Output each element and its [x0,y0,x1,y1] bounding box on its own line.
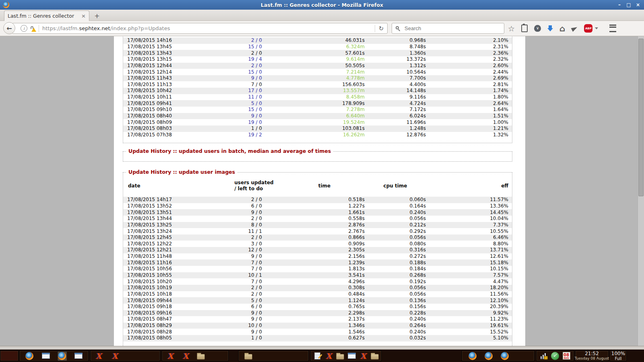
reload-button[interactable] [375,25,387,32]
info-icon[interactable]: i [21,25,27,32]
cell-users[interactable]: 19 / 4 [224,56,284,63]
window-titlebar[interactable]: Last.fm :: Genres collector - Mozilla Fi… [0,0,644,10]
cell-users[interactable]: 9 / 0 [224,113,284,119]
cell-users[interactable]: 15 / 0 [224,69,284,75]
table-row: 17/08/2015 11h137 / 0156.603s4.400s2.81% [123,81,512,88]
folder-icon[interactable] [370,351,380,361]
xterm-icon[interactable] [94,351,103,361]
send-tab-icon[interactable] [571,25,578,32]
firefox-icon[interactable] [57,351,67,361]
cell-users[interactable]: 11 / 0 [224,94,284,101]
cell-users[interactable]: 19 / 2 [224,132,284,138]
cell-users[interactable]: 9 / 0 [224,75,284,82]
cell-users[interactable]: 15 / 0 [224,44,284,50]
firefox-icon[interactable] [500,351,510,361]
firefox-icon[interactable] [25,351,34,361]
cell-users: 8 / 0 [224,222,284,228]
window-icon[interactable] [347,351,357,361]
cell-cpu: 0.136s [365,297,426,304]
mixed-content-warning-icon[interactable] [30,26,35,31]
window-icon[interactable] [74,351,83,361]
cell-date: 17/08/2015 10h56 [123,266,224,272]
calendar-icon[interactable]: 08AUG [561,351,571,361]
xterm-icon-glyph [96,352,102,360]
section-title: Update History :: update user images [126,169,237,175]
cell-time: 103.081s [284,125,365,132]
cell-time: 3.541s [284,272,365,279]
cell-eff: 2.32% [426,56,512,63]
cell-cpu: 4.724s [365,100,426,107]
cell-cpu: 0.056s [365,291,426,298]
cell-cpu: 4.400s [365,81,426,88]
cell-users: 2 / 0 [224,234,284,241]
taskbar-group-buttons [238,350,309,361]
cell-eff: 20.39% [426,304,512,310]
firefox-icon[interactable] [484,351,493,361]
cell-users[interactable]: 2 / 0 [224,37,284,44]
cell-time: 2.305s [284,247,365,253]
cell-users[interactable]: 2 / 0 [224,63,284,69]
search-input[interactable] [404,25,494,32]
cell-users[interactable]: 17 / 0 [224,88,284,94]
xterm-icon[interactable] [165,351,175,361]
tab-genres-collector[interactable]: Last.fm :: Genres collector × [4,10,89,21]
cell-users: 9 / 0 [224,209,284,216]
tab-close-icon[interactable]: × [81,13,86,19]
cell-time: 0.518s [284,197,365,203]
calendar-icon-glyph: 08AUG [563,352,570,360]
hamburger-menu-icon[interactable] [609,25,616,32]
firefox-icon[interactable] [468,351,477,361]
cell-date: 17/08/2015 13h44 [123,216,224,222]
taskbar-group-pager[interactable] [0,350,19,361]
scrollbar-thumb[interactable] [638,39,644,196]
signal-icon-glyph [540,352,548,360]
search-bar[interactable] [392,23,504,34]
new-tab-button[interactable]: + [92,12,102,20]
table-header-row: date users updated / left to do time cpu… [123,180,512,197]
cell-users[interactable]: 19 / 0 [224,119,284,125]
clock-time: 21:52 [585,351,599,356]
cell-users: 2 / 0 [224,197,284,203]
window-icon[interactable] [41,351,51,361]
table-row: 17/08/2015 13h442 / 00.558s0.056s10.04% [123,216,512,222]
cell-date: 17/08/2015 08h09 [123,119,224,125]
home-icon[interactable] [559,24,565,33]
url-text[interactable]: https://lastfm.sephtex.net/index.php?p=U… [42,25,375,31]
signal-icon[interactable] [539,351,549,361]
downloads-icon[interactable] [547,25,553,32]
cell-date: 17/08/2015 11h13 [123,81,224,88]
cell-cpu: 0.060s [365,197,426,203]
folder-icon[interactable] [244,351,253,361]
xterm-icon[interactable] [324,351,334,361]
cell-time: 1.124s [284,297,365,304]
cell-users[interactable]: 5 / 0 [224,100,284,107]
folder-icon-glyph [244,354,252,360]
taskbar-group-buttons [19,350,89,361]
cell-users[interactable]: 15 / 0 [224,107,284,113]
cell-date: 17/08/2015 13h45 [123,44,224,50]
cell-eff: 2.10% [426,37,512,44]
close-button[interactable]: × [635,2,641,8]
xterm-icon[interactable] [358,351,368,361]
folder-icon[interactable] [335,351,345,361]
messenger-icon[interactable] [550,351,560,361]
minimize-button[interactable]: – [617,2,622,8]
taskbar-group-clock[interactable]: 21:52Tuesday 08 August [575,350,609,361]
vertical-scrollbar[interactable] [638,36,644,346]
xterm-icon[interactable] [110,351,120,361]
maximize-button[interactable]: □ [626,2,632,8]
table-row: 17/08/2015 13h2411 / 12.767s0.292s10.55% [123,228,512,234]
cell-cpu: 6.024s [365,113,426,119]
pocket-icon[interactable] [534,25,541,32]
bookmark-star-icon[interactable] [508,24,515,33]
reading-list-icon[interactable] [521,25,528,32]
notepad-icon[interactable] [312,351,322,361]
back-button[interactable] [3,22,15,34]
adblock-plus-icon[interactable]: ABP [584,24,592,33]
folder-icon[interactable] [196,351,206,361]
url-bar[interactable]: i https://lastfm.sephtex.net/index.php?p… [12,23,388,34]
xterm-icon[interactable] [181,351,190,361]
chevron-down-icon[interactable] [595,27,598,29]
cell-users: 7 / 0 [224,81,284,88]
cell-time: 156.603s [284,81,365,88]
